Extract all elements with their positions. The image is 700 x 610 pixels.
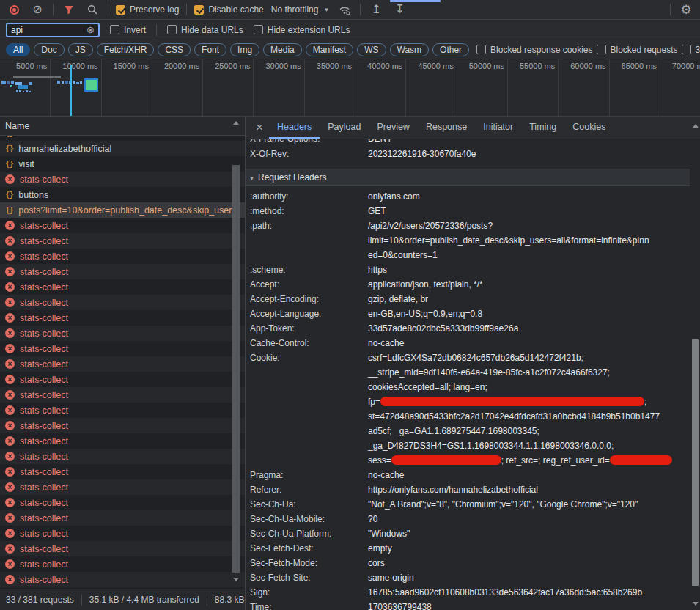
request-row[interactable]: {}posts?limit=10&order=publish_date_desc… [0, 202, 245, 218]
request-row[interactable]: {}buttons [0, 187, 245, 202]
tab-initiator[interactable]: Initiator [475, 117, 521, 139]
preserve-log-checkbox[interactable]: Preserve log [116, 4, 179, 15]
request-row[interactable]: ×stats-collect [0, 495, 245, 510]
request-headers-section-header[interactable]: ▾Request Headers [246, 169, 690, 186]
request-row[interactable]: ×stats-collect [0, 433, 245, 449]
type-filter-js[interactable]: JS [68, 43, 93, 56]
header-value-line: "Not_A Brand";v="8", "Chromium";v="120",… [368, 497, 690, 512]
request-row[interactable]: {}hannahelizabethofficial [0, 141, 245, 156]
invert-checkbox[interactable]: Invert [110, 25, 146, 35]
header-value-text: sess= [368, 455, 391, 466]
header-row: X-Frame-Options:DENY [246, 139, 690, 146]
scroll-down-icon[interactable] [693, 602, 699, 606]
scrollbar-thumb[interactable] [232, 165, 240, 573]
request-row[interactable]: ×stats-collect [0, 295, 245, 310]
request-row[interactable]: {}init [0, 136, 245, 141]
third-party-requests-checkbox[interactable]: 3rd-party requests [682, 45, 700, 55]
header-value-line: no-cache [368, 468, 690, 482]
blocked-response-cookies-checkbox[interactable]: Blocked response cookies [476, 45, 592, 55]
header-value-text: _ga_D4827DS3H4=GS1.1.1698003344.1.1.1698… [368, 441, 614, 451]
request-row[interactable]: ×stats-collect [0, 326, 245, 341]
header-value-line: __stripe_mid=9df140f6-e64a-419e-85fc-a1c… [368, 365, 690, 380]
close-details-button[interactable]: × [250, 117, 269, 139]
request-row[interactable]: ×stats-collect [0, 249, 245, 264]
scroll-down-icon[interactable] [233, 578, 239, 581]
header-row: Sec-Ch-Ua-Mobile:?0 [246, 512, 690, 526]
request-row[interactable]: ×stats-collect [0, 541, 245, 556]
request-name: stats-collect [20, 282, 68, 293]
request-row[interactable]: ×stats-collect [0, 172, 245, 187]
error-icon: × [5, 344, 15, 353]
type-filter-ws[interactable]: WS [357, 43, 386, 56]
request-row[interactable]: ×stats-collect [0, 479, 245, 495]
import-har-button[interactable]: ↥ [368, 1, 384, 18]
request-row[interactable]: ×stats-collect [0, 418, 245, 433]
record-button[interactable] [6, 1, 22, 18]
type-filter-css[interactable]: CSS [158, 43, 191, 56]
tab-preview[interactable]: Preview [369, 117, 417, 139]
network-overview-timeline[interactable]: 5000 ms10000 ms15000 ms20000 ms25000 ms3… [0, 59, 700, 117]
request-row[interactable]: ×stats-collect [0, 233, 245, 249]
error-icon: × [5, 405, 15, 415]
clear-filter-icon[interactable]: ⊗ [86, 25, 95, 34]
error-icon: × [5, 544, 15, 554]
export-har-button[interactable]: ↧ [391, 1, 408, 18]
hide-extension-urls-checkbox[interactable]: Hide extension URLs [254, 25, 350, 35]
header-value-text: cookiesAccepted=all; lang=en; [368, 382, 487, 392]
blocked-requests-checkbox[interactable]: Blocked requests [597, 45, 678, 55]
request-row[interactable]: ×stats-collect [0, 310, 245, 326]
request-row[interactable]: ×stats-collect [0, 341, 245, 356]
request-row[interactable]: ×stats-collect [0, 556, 245, 572]
request-row[interactable]: ×stats-collect [0, 218, 245, 233]
filter-toggle-button[interactable] [61, 1, 77, 18]
hide-extension-urls-label: Hide extension URLs [268, 25, 350, 35]
tab-response[interactable]: Response [418, 117, 475, 139]
tab-timing[interactable]: Timing [521, 117, 564, 139]
header-value: 33d57ade8c02dbc5a333db99ff9ae26a [368, 321, 690, 336]
request-row[interactable]: ×stats-collect [0, 387, 245, 403]
network-conditions-button[interactable] [336, 1, 353, 18]
devtools-network-panel: ⊘ Preserve log Disable cache No throttli… [0, 0, 700, 610]
type-filter-doc[interactable]: Doc [34, 43, 64, 56]
scroll-up-icon[interactable] [233, 121, 239, 125]
name-column-header[interactable]: Name [0, 117, 245, 136]
type-filter-img[interactable]: Img [230, 43, 259, 56]
request-row[interactable]: ×stats-collect [0, 510, 245, 526]
request-row[interactable]: ×stats-collect [0, 464, 245, 479]
request-row[interactable]: ×stats-collect [0, 526, 245, 541]
request-row[interactable]: ×stats-collect [0, 403, 245, 418]
tab-headers[interactable]: Headers [269, 117, 320, 139]
type-filter-other[interactable]: Other [432, 43, 469, 56]
request-row[interactable]: ×stats-collect [0, 372, 245, 387]
type-filter-wasm[interactable]: Wasm [390, 43, 430, 56]
header-value-line: https [368, 262, 690, 277]
filter-input[interactable] [11, 25, 86, 35]
hide-data-urls-checkbox[interactable]: Hide data URLs [167, 25, 243, 35]
request-row[interactable]: ×stats-collect [0, 449, 245, 464]
header-value-text: ; ref_src=; reg_ref_user_id= [501, 455, 610, 466]
settings-button[interactable]: ⚙ [678, 1, 694, 18]
request-row[interactable]: ×stats-collect [0, 279, 245, 295]
type-filter-font[interactable]: Font [194, 43, 226, 56]
scrollbar-thumb[interactable] [692, 339, 699, 586]
type-filter-manifest[interactable]: Manifest [306, 43, 353, 56]
request-row[interactable]: ×stats-collect [0, 572, 245, 587]
type-filter-all[interactable]: All [6, 43, 30, 56]
request-name: stats-collect [20, 513, 68, 523]
request-row[interactable]: ×stats-collect [0, 356, 245, 372]
type-filter-fetch-xhr[interactable]: Fetch/XHR [97, 43, 155, 56]
request-row[interactable]: {}visit [0, 156, 245, 172]
request-list-panel: Name {}init{}hannahelizabethofficial{}vi… [0, 117, 246, 610]
details-scrollbar[interactable] [691, 122, 699, 607]
request-list-scrollbar[interactable] [232, 120, 240, 583]
tab-payload[interactable]: Payload [320, 117, 369, 139]
tab-cookies[interactable]: Cookies [564, 117, 614, 139]
search-button[interactable] [84, 1, 100, 18]
scroll-up-icon[interactable] [693, 124, 699, 128]
request-row[interactable]: ×stats-collect [0, 264, 245, 279]
header-name: X-Of-Rev: [246, 147, 368, 161]
type-filter-media[interactable]: Media [263, 43, 302, 56]
clear-button[interactable]: ⊘ [29, 1, 45, 18]
disable-cache-checkbox[interactable]: Disable cache [194, 4, 263, 15]
throttling-dropdown[interactable]: No throttling ▼ [271, 4, 330, 15]
